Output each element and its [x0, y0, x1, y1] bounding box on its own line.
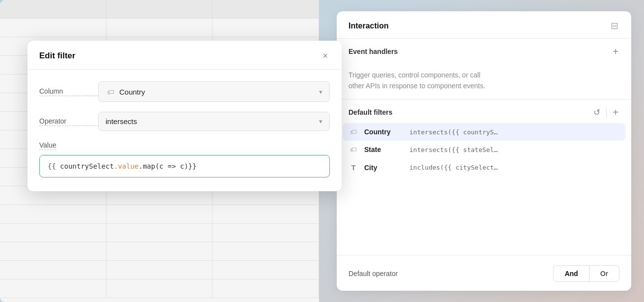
value-input[interactable]: {{ countrySelect.value.map(c => c)}} — [39, 155, 330, 177]
operator-label: Operator — [39, 117, 98, 126]
modal-close-button[interactable]: × — [321, 50, 330, 61]
default-filters-actions: ↺ + — [592, 106, 619, 118]
state-tag-icon: 🏷 — [349, 146, 358, 153]
modal-header: Edit filter × — [27, 41, 342, 70]
filter-list: 🏷 Country intersects({{ countryS… 🏷 Stat… — [337, 123, 631, 176]
operator-buttons: And Or — [553, 265, 619, 282]
event-handlers-actions: + — [612, 46, 619, 57]
chevron-down-icon: ▾ — [319, 88, 322, 96]
country-tag-icon: 🏷 — [349, 128, 358, 136]
operator-row: Operator intersects ▾ — [39, 112, 330, 131]
event-handlers-label: Event handlers — [349, 48, 398, 55]
default-operator-row: Default operator And Or — [337, 255, 631, 291]
add-filter-button[interactable]: + — [612, 106, 619, 118]
column-row: Column 🏷 Country ▾ — [39, 81, 330, 102]
panel-title: Interaction — [349, 22, 389, 30]
default-filters-label: Default filters — [349, 108, 392, 116]
filter-item-city[interactable]: T City includes({{ citySelect… — [343, 158, 625, 176]
code-display: {{ countrySelect.value.map(c => c)}} — [48, 162, 196, 170]
event-description-text: Trigger queries, control components, or … — [349, 71, 485, 90]
select-left: 🏷 Country — [106, 87, 145, 97]
object-name: countrySelect — [60, 162, 114, 170]
main-container: Edit filter × Column 🏷 Country ▾ Operato… — [13, 11, 631, 291]
column-label: Column — [39, 87, 98, 96]
event-handlers-section: Event handlers + — [337, 39, 631, 64]
edit-filter-modal: Edit filter × Column 🏷 Country ▾ Operato… — [27, 41, 342, 191]
and-operator-button[interactable]: And — [554, 266, 589, 281]
default-filters-header: Default filters ↺ + — [337, 100, 631, 123]
or-operator-button[interactable]: Or — [590, 266, 619, 281]
modal-title: Edit filter — [39, 51, 76, 61]
action-separator — [606, 108, 607, 117]
state-filter-expr: intersects({{ stateSel… — [409, 146, 498, 153]
operator-select-left: intersects — [106, 117, 137, 126]
state-filter-name: State — [364, 146, 403, 153]
tag-icon: 🏷 — [106, 87, 115, 97]
map-method: .map(c => c)}} — [138, 162, 196, 170]
dot-prop: .value — [114, 162, 139, 170]
column-select[interactable]: 🏷 Country ▾ — [98, 81, 330, 102]
event-description: Trigger queries, control components, or … — [337, 64, 631, 100]
value-section: Value {{ countrySelect.value.map(c => c)… — [39, 141, 330, 177]
city-text-icon: T — [349, 163, 358, 172]
filter-item-state[interactable]: 🏷 State intersects({{ stateSel… — [343, 141, 625, 158]
modal-body: Column 🏷 Country ▾ Operator intersects ▾ — [27, 70, 342, 177]
refresh-filters-button[interactable]: ↺ — [592, 107, 601, 118]
value-label: Value — [39, 141, 56, 150]
operator-chevron-icon: ▾ — [319, 118, 322, 125]
panel-header: Interaction ⊟ — [337, 11, 631, 39]
operator-value: intersects — [106, 117, 137, 126]
city-filter-name: City — [364, 164, 403, 172]
add-event-handler-button[interactable]: + — [612, 46, 619, 57]
open-brace: {{ — [48, 162, 60, 170]
right-panel: Interaction ⊟ Event handlers + Trigger q… — [337, 11, 631, 291]
filter-item-country[interactable]: 🏷 Country intersects({{ countryS… — [343, 123, 625, 141]
operator-select[interactable]: intersects ▾ — [98, 112, 330, 131]
country-filter-name: Country — [364, 128, 403, 136]
default-operator-label: Default operator — [349, 270, 398, 277]
settings-button[interactable]: ⊟ — [610, 20, 619, 31]
city-filter-expr: includes({{ citySelect… — [409, 164, 498, 171]
country-filter-expr: intersects({{ countryS… — [409, 128, 498, 136]
column-value: Country — [119, 88, 145, 96]
